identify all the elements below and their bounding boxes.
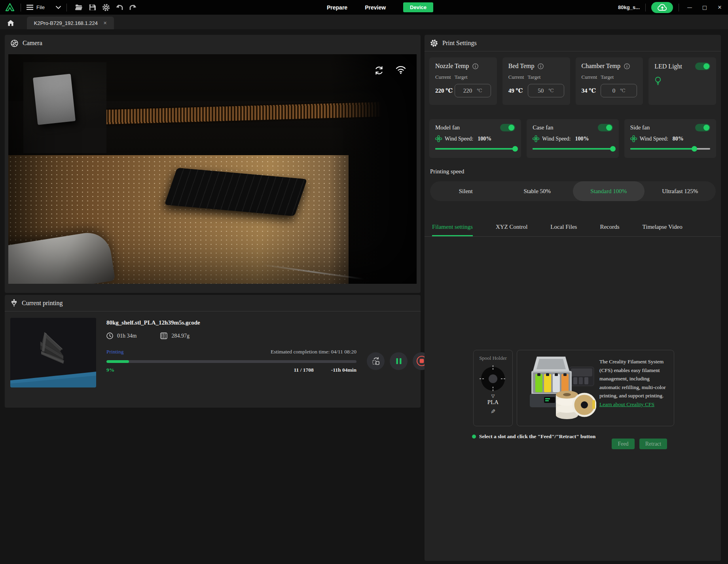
nav-preview[interactable]: Preview (365, 4, 386, 11)
camera-scene-glare (262, 264, 364, 280)
printer-tab[interactable]: K2Pro-B729_192.168.1.224 ✕ (27, 17, 114, 29)
bed-target-value: 50 (538, 87, 544, 94)
info-icon[interactable] (472, 63, 478, 69)
target-label: Target (455, 74, 491, 80)
bed-target-input[interactable]: 50 ℃ (528, 84, 564, 97)
retract-button[interactable]: Retract (639, 439, 667, 449)
green-dot-icon (472, 435, 476, 439)
print-progress-bar (106, 360, 356, 363)
maximize-button[interactable]: □ (700, 4, 710, 10)
side-fan-toggle[interactable] (695, 124, 710, 131)
camera-scene-object (165, 168, 307, 216)
creality-print-window: File Prepare Previe (0, 0, 728, 564)
tab-timelapse-video[interactable]: Timelapse Video (643, 224, 682, 230)
close-button[interactable]: ✕ (715, 4, 725, 10)
light-bulb-icon (654, 76, 710, 85)
nozzle-target-value: 220 (463, 87, 472, 94)
camera-refresh-icon[interactable] (374, 65, 384, 76)
case-fan-card: Case fan Wind Speed: 100% (527, 119, 618, 158)
nozzle-temp-label: Nozzle Temp (435, 63, 469, 70)
print-status: Printing (106, 349, 124, 355)
change-plate-button[interactable] (367, 352, 385, 370)
nav-prepare[interactable]: Prepare (327, 4, 347, 11)
case-fan-toggle[interactable] (598, 124, 613, 131)
filament-spool-icon (160, 332, 167, 339)
edit-pencil-icon[interactable]: ✎ (491, 408, 496, 415)
nozzle-temp-card: Nozzle Temp Current 220 ℃ Target 220 ℃ (429, 57, 497, 105)
speed-option-ultrafast[interactable]: Ultrafast 125% (645, 181, 716, 201)
nozzle-current-temp: 220 ℃ (435, 87, 455, 94)
nozzle-icon (11, 299, 17, 307)
pause-button[interactable] (390, 352, 408, 370)
undo-icon[interactable] (113, 4, 126, 11)
chevron-down-icon[interactable] (56, 6, 61, 9)
target-label: Target (528, 74, 564, 80)
spool-pointer-icon: ▽ (491, 393, 495, 399)
creality-logo (5, 2, 15, 13)
spool-holder-title: Spool Holder (479, 355, 507, 361)
speed-option-stable[interactable]: Stable 50% (502, 181, 573, 201)
info-icon[interactable] (538, 63, 544, 69)
led-light-card: LED Light (648, 57, 716, 105)
print-job-filename: 80kg_shelf.stl_PLA_12h39m5s.gcode (106, 319, 430, 326)
led-light-toggle[interactable] (695, 63, 710, 70)
print-settings-title: Print Settings (442, 40, 477, 47)
speed-option-standard[interactable]: Standard 100% (573, 181, 645, 201)
camera-scene-bed (8, 155, 349, 284)
tab-records[interactable]: Records (600, 224, 619, 230)
redo-icon[interactable] (126, 4, 140, 11)
home-icon[interactable] (7, 20, 14, 26)
save-icon[interactable] (86, 4, 99, 11)
time-remaining: -11h 04min (331, 367, 356, 373)
camera-scene-gantry (8, 54, 417, 101)
info-icon[interactable] (624, 63, 630, 69)
nozzle-target-unit: ℃ (477, 88, 482, 94)
camera-scene-shadow (330, 54, 417, 284)
cfs-card: The Creality Filament System (CFS) enabl… (517, 350, 674, 426)
chamber-target-value: 0 (612, 87, 616, 94)
camera-scene-printhead (23, 62, 106, 153)
project-name: 80kg_s... (618, 4, 640, 10)
tab-xyz-control[interactable]: XYZ Control (496, 224, 527, 230)
side-fan-slider-knob[interactable] (692, 146, 697, 152)
camera-aperture-icon (11, 40, 18, 47)
nozzle-target-input[interactable]: 220 ℃ (455, 84, 491, 97)
hamburger-icon (27, 5, 33, 10)
settings-gear-icon[interactable] (99, 4, 113, 11)
side-fan-slider[interactable] (630, 148, 710, 150)
case-fan-slider-knob[interactable] (610, 146, 616, 152)
cfs-learn-more-link[interactable]: Learn about Creality CFS (599, 401, 654, 407)
tab-filament-settings[interactable]: Filament settings (432, 224, 473, 230)
model-fan-label: Model fan (435, 124, 460, 131)
printer-tab-close-icon[interactable]: ✕ (103, 21, 107, 26)
device-tabbar: K2Pro-B729_192.168.1.224 ✕ (0, 15, 728, 29)
fan-pinwheel-icon (630, 135, 637, 142)
wind-speed-label: Wind Speed: (640, 136, 668, 142)
bed-target-unit: ℃ (548, 88, 554, 94)
progress-percent: 9% (106, 367, 114, 373)
file-menu[interactable]: File (27, 4, 61, 10)
open-file-icon[interactable] (72, 4, 86, 10)
model-fan-slider[interactable] (435, 148, 515, 150)
case-fan-slider[interactable] (533, 148, 612, 150)
spool-slot[interactable] (479, 365, 507, 393)
chamber-target-input[interactable]: 0 ℃ (601, 84, 637, 97)
file-menu-label: File (36, 4, 45, 10)
camera-scene-plate (8, 230, 115, 284)
side-fan-card: Side fan Wind Speed: 80% (624, 119, 716, 158)
cloud-upload-button[interactable] (651, 2, 673, 13)
model-fan-slider-knob[interactable] (512, 146, 518, 152)
feed-button[interactable]: Feed (612, 439, 635, 449)
minimize-button[interactable]: — (684, 4, 695, 10)
slot-hint: Select a slot and click the "Feed"/"Retr… (472, 433, 595, 440)
camera-panel: Camera (5, 35, 421, 293)
speed-option-silent[interactable]: Silent (430, 181, 502, 201)
nav-device-active[interactable]: Device (403, 2, 433, 12)
printing-speed-label: Printing speed (430, 168, 464, 175)
tab-local-files[interactable]: Local Files (550, 224, 577, 230)
print-thumbnail (10, 318, 96, 387)
bed-current-temp: 49 ℃ (508, 87, 528, 94)
fan-pinwheel-icon (533, 135, 539, 142)
model-fan-toggle[interactable] (500, 124, 515, 131)
estimated-completion: Estimated completion time: 04/11 08:20 (271, 349, 356, 355)
